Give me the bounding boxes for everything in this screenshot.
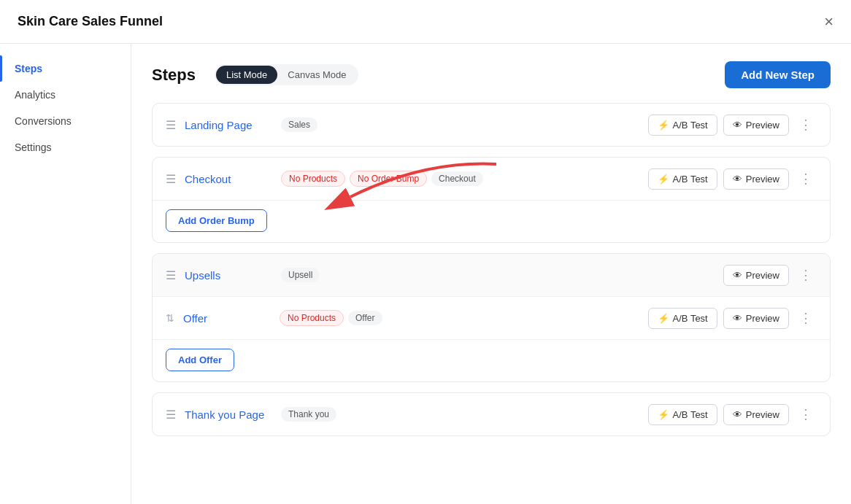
step-actions-offer: ⚡ A/B Test 👁 Preview ⋮: [648, 307, 817, 329]
tag-no-order-bump-checkout: No Order Bump: [350, 171, 427, 187]
checkout-extra: Add Order Bump: [153, 200, 830, 242]
more-button-thank-you[interactable]: ⋮: [795, 403, 817, 425]
modal-container: Skin Care Sales Funnel × Steps Analytics…: [0, 0, 851, 504]
drag-icon-upsells: ☰: [166, 268, 176, 282]
preview-button-thank-you[interactable]: 👁 Preview: [723, 404, 789, 425]
step-actions-thank-you: ⚡ A/B Test 👁 Preview ⋮: [648, 403, 817, 425]
steps-title-area: Steps List Mode Canvas Mode: [152, 64, 358, 85]
preview-button-checkout[interactable]: 👁 Preview: [723, 168, 789, 190]
step-name-checkout[interactable]: Checkout: [185, 173, 272, 185]
step-name-offer[interactable]: Offer: [183, 312, 271, 325]
step-card-thank-you: ☰ Thank you Page Thank you ⚡ A/B Test 👁 …: [152, 392, 831, 436]
preview-icon-checkout: 👁: [733, 174, 742, 185]
preview-icon: 👁: [733, 120, 742, 131]
modal-body: Steps Analytics Conversions Settings Ste…: [0, 44, 851, 504]
sidebar-item-analytics[interactable]: Analytics: [0, 82, 131, 108]
tag-offer-type: Offer: [348, 311, 382, 325]
step-tags-upsells: Upsell: [281, 268, 715, 282]
modal-title: Skin Care Sales Funnel: [18, 14, 163, 29]
drag-icon-thank-you: ☰: [166, 408, 176, 422]
sidebar-item-settings[interactable]: Settings: [0, 134, 131, 160]
ab-test-button-thank-you[interactable]: ⚡ A/B Test: [648, 404, 717, 425]
ab-test-icon-offer: ⚡: [658, 313, 669, 324]
drag-icon-checkout: ☰: [166, 172, 176, 186]
tag-upsell-type: Upsell: [281, 268, 320, 282]
preview-icon-thank-you: 👁: [733, 409, 742, 420]
preview-button-offer[interactable]: 👁 Preview: [723, 308, 789, 329]
step-tags-checkout: No Products No Order Bump Checkout: [281, 171, 639, 187]
step-actions-landing-page: ⚡ A/B Test 👁 Preview ⋮: [648, 114, 817, 136]
step-tags-landing-page: Sales: [281, 117, 639, 132]
sidebar-label-settings: Settings: [15, 141, 52, 153]
more-button-checkout[interactable]: ⋮: [795, 168, 817, 190]
sidebar-label-steps: Steps: [15, 63, 42, 74]
modal-header: Skin Care Sales Funnel ×: [0, 0, 851, 44]
add-order-bump-button[interactable]: Add Order Bump: [166, 209, 267, 232]
add-offer-button[interactable]: Add Offer: [166, 349, 234, 371]
steps-title: Steps: [152, 66, 196, 85]
ab-test-button-offer[interactable]: ⚡ A/B Test: [648, 308, 717, 329]
preview-button-landing-page[interactable]: 👁 Preview: [723, 115, 789, 136]
sidebar-label-analytics: Analytics: [15, 89, 55, 101]
add-new-step-button[interactable]: Add New Step: [725, 61, 831, 88]
step-card-checkout: ☰ Checkout No Products No Order Bump Che…: [152, 157, 831, 243]
step-actions-upsells: 👁 Preview ⋮: [723, 264, 817, 286]
steps-header: Steps List Mode Canvas Mode Add New Step: [152, 61, 831, 88]
tag-no-products-offer: No Products: [280, 310, 344, 326]
tag-checkout-type: Checkout: [431, 171, 483, 186]
step-card-upsells: ☰ Upsells Upsell 👁 Preview ⋮ ⇅: [152, 253, 831, 382]
canvas-mode-button[interactable]: Canvas Mode: [277, 66, 356, 84]
step-card-landing-page: ☰ Landing Page Sales ⚡ A/B Test 👁 Previe…: [152, 103, 831, 147]
mode-toggle: List Mode Canvas Mode: [215, 64, 358, 85]
step-name-upsells[interactable]: Upsells: [185, 269, 272, 282]
more-button-landing-page[interactable]: ⋮: [795, 114, 817, 136]
ab-test-button-landing-page[interactable]: ⚡ A/B Test: [648, 115, 717, 136]
ab-test-button-checkout[interactable]: ⚡ A/B Test: [648, 168, 717, 190]
step-row-offer: ⇅ Offer No Products Offer ⚡ A/B Test 👁: [153, 296, 830, 339]
ab-test-icon: ⚡: [658, 120, 669, 131]
ab-test-icon-thank-you: ⚡: [658, 409, 669, 420]
step-row-upsells: ☰ Upsells Upsell 👁 Preview ⋮: [153, 254, 830, 296]
upsells-extra: Add Offer: [153, 339, 830, 381]
tag-no-products-checkout: No Products: [281, 171, 345, 187]
preview-button-upsells[interactable]: 👁 Preview: [723, 265, 789, 286]
sidebar-label-conversions: Conversions: [15, 115, 72, 127]
sidebar: Steps Analytics Conversions Settings: [0, 44, 131, 504]
ab-test-icon-checkout: ⚡: [658, 174, 669, 185]
step-row-landing-page: ☰ Landing Page Sales ⚡ A/B Test 👁 Previe…: [153, 104, 830, 146]
drag-icon: ☰: [166, 118, 176, 132]
step-name-landing-page[interactable]: Landing Page: [185, 119, 272, 131]
main-content: Steps List Mode Canvas Mode Add New Step: [131, 44, 851, 504]
step-name-thank-you[interactable]: Thank you Page: [185, 408, 272, 421]
step-row-thank-you: ☰ Thank you Page Thank you ⚡ A/B Test 👁 …: [153, 393, 830, 435]
step-tags-offer: No Products Offer: [280, 310, 639, 326]
tag-thankyou-type: Thank you: [281, 407, 336, 422]
more-button-upsells[interactable]: ⋮: [795, 264, 817, 286]
sidebar-item-conversions[interactable]: Conversions: [0, 108, 131, 134]
step-row-checkout: ☰ Checkout No Products No Order Bump Che…: [153, 158, 830, 200]
tag-sales: Sales: [281, 117, 317, 132]
sidebar-item-steps[interactable]: Steps: [0, 55, 131, 82]
step-tags-thank-you: Thank you: [281, 407, 639, 422]
close-button[interactable]: ×: [824, 14, 833, 30]
list-mode-button[interactable]: List Mode: [216, 66, 277, 84]
preview-icon-upsells: 👁: [733, 270, 742, 281]
step-actions-checkout: ⚡ A/B Test 👁 Preview ⋮: [648, 168, 817, 190]
preview-icon-offer: 👁: [733, 313, 742, 324]
more-button-offer[interactable]: ⋮: [795, 307, 817, 329]
sort-icon-offer: ⇅: [166, 312, 174, 324]
